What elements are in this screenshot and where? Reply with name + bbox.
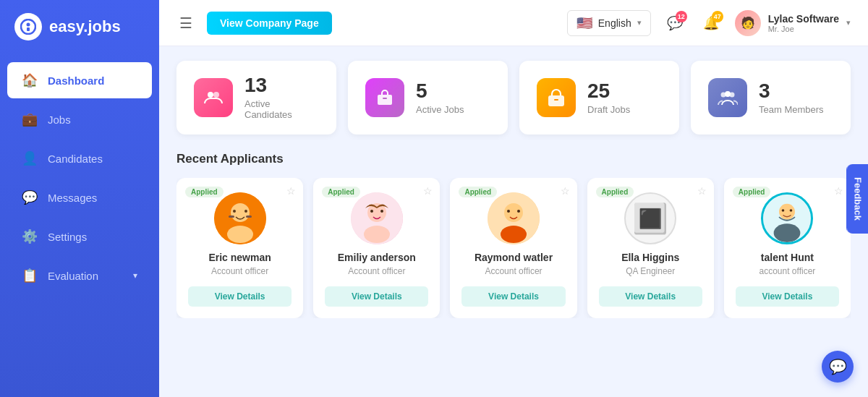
feedback-tab[interactable]: Feedback <box>847 164 868 234</box>
stat-card-active-candidates: 13 Active Candidates <box>176 61 336 135</box>
star-button-emily[interactable]: ☆ <box>423 185 433 197</box>
svg-point-27 <box>507 210 510 213</box>
svg-rect-5 <box>378 95 392 105</box>
svg-point-4 <box>213 92 219 98</box>
applicants-row: Applied ☆ Eric newman Account officer Vi… <box>176 178 851 318</box>
view-details-button-eric[interactable]: View Details <box>188 286 292 307</box>
star-button-ella[interactable]: ☆ <box>697 185 707 197</box>
avatar-emily <box>351 192 403 244</box>
svg-rect-8 <box>554 99 558 101</box>
avatar-talent <box>761 192 813 244</box>
stats-row: 13 Active Candidates 5 Active Jobs <box>176 61 851 135</box>
content-area: 13 Active Candidates 5 Active Jobs <box>159 46 868 397</box>
svg-rect-18 <box>246 215 252 218</box>
chat-bubble-button[interactable]: 💬 <box>822 351 854 383</box>
sidebar-item-candidates[interactable]: 👤 Candidates <box>7 140 152 176</box>
svg-rect-6 <box>383 98 387 99</box>
svg-point-28 <box>517 210 520 213</box>
applicant-card-ella: Applied ☆ 🔳 Ella Higgins QA Engineer Vie… <box>587 178 714 318</box>
stat-card-team-members: 3 Team Members <box>691 61 851 135</box>
home-icon: 🏠 <box>22 72 38 88</box>
app-logo: easy.jobs <box>0 0 159 54</box>
svg-point-31 <box>774 223 801 242</box>
view-details-button-raymond[interactable]: View Details <box>461 286 565 307</box>
user-chevron-icon: ▾ <box>846 18 851 27</box>
settings-icon: ⚙️ <box>22 229 38 244</box>
applicant-card-raymond: Applied ☆ Raymond watler Account officer… <box>450 178 576 318</box>
view-details-button-ella[interactable]: View Details <box>599 286 702 307</box>
avatar-ella: 🔳 <box>624 192 676 244</box>
jobs-icon: 💼 <box>22 111 38 127</box>
applied-badge-raymond: Applied <box>459 187 497 197</box>
sidebar-label-messages: Messages <box>48 192 137 204</box>
user-sub: Mr. Joe <box>768 25 839 33</box>
svg-point-3 <box>208 92 213 98</box>
app-name: easy.jobs <box>49 17 121 36</box>
user-menu[interactable]: 🧑 Lylac Software Mr. Joe ▾ <box>735 10 851 36</box>
messages-notification-button[interactable]: 💬 12 <box>663 11 687 35</box>
svg-point-22 <box>370 210 373 213</box>
applicant-name-eric: Eric newman <box>208 252 271 263</box>
svg-point-26 <box>501 226 527 243</box>
hamburger-button[interactable]: ☰ <box>176 12 195 35</box>
applicant-name-emily: Emiliy anderson <box>338 252 416 263</box>
sidebar-label-settings: Settings <box>48 231 137 243</box>
sidebar-nav: 🏠 Dashboard 💼 Jobs 👤 Candidates 💬 Messag… <box>0 61 159 295</box>
team-members-icon <box>708 78 747 117</box>
svg-point-23 <box>380 210 383 213</box>
section-title-recent-applicants: Recent Applicants <box>176 152 851 166</box>
flag-icon: 🇺🇸 <box>576 15 592 31</box>
svg-point-0 <box>21 20 35 34</box>
view-company-button[interactable]: View Company Page <box>207 12 332 35</box>
applicant-role-eric: Account officer <box>211 266 268 276</box>
avatar-raymond <box>488 192 540 244</box>
language-selector[interactable]: 🇺🇸 English ▾ <box>567 10 651 36</box>
applicant-name-raymond: Raymond watler <box>475 252 553 263</box>
svg-point-33 <box>790 209 793 212</box>
stat-text-draft-jobs: 25 Draft Jobs <box>587 81 630 115</box>
candidates-icon: 👤 <box>22 150 38 166</box>
messages-badge: 12 <box>676 11 687 22</box>
active-candidates-icon <box>194 78 233 117</box>
applied-badge-eric: Applied <box>185 187 224 197</box>
active-candidates-number: 13 <box>244 75 319 95</box>
alerts-notification-button[interactable]: 🔔 47 <box>699 11 723 35</box>
stat-text-active-jobs: 5 Active Jobs <box>416 81 464 115</box>
applied-badge-ella: Applied <box>596 187 634 197</box>
applicant-card-eric: Applied ☆ Eric newman Account officer Vi… <box>176 178 303 318</box>
sidebar-item-dashboard[interactable]: 🏠 Dashboard <box>7 62 152 98</box>
svg-point-15 <box>233 210 236 213</box>
applicant-role-talent: account officer <box>760 266 816 276</box>
messages-icon: 💬 <box>22 189 38 205</box>
stat-card-draft-jobs: 25 Draft Jobs <box>519 61 679 135</box>
sidebar-item-evaluation[interactable]: 📋 Evaluation ▾ <box>7 257 152 294</box>
applicant-name-talent: talent Hunt <box>761 252 814 263</box>
avatar: 🧑 <box>735 10 761 36</box>
applied-badge-talent: Applied <box>733 187 771 197</box>
sidebar-label-jobs: Jobs <box>48 114 137 126</box>
star-button-raymond[interactable]: ☆ <box>561 185 570 197</box>
language-label: English <box>598 17 631 29</box>
sidebar-label-evaluation: Evaluation <box>48 270 123 282</box>
draft-jobs-number: 25 <box>587 81 630 101</box>
sidebar: easy.jobs 🏠 Dashboard 💼 Jobs 👤 Candidate… <box>0 0 159 397</box>
stat-text-team-members: 3 Team Members <box>759 81 824 115</box>
logo-icon <box>14 13 42 40</box>
header: ☰ View Company Page 🇺🇸 English ▾ 💬 12 🔔 … <box>159 0 868 46</box>
sidebar-item-jobs[interactable]: 💼 Jobs <box>7 101 152 137</box>
alerts-badge: 47 <box>712 11 723 22</box>
sidebar-label-candidates: Candidates <box>48 153 137 165</box>
sidebar-item-settings[interactable]: ⚙️ Settings <box>7 218 152 255</box>
star-button-eric[interactable]: ☆ <box>286 185 296 197</box>
svg-rect-7 <box>548 95 564 106</box>
svg-rect-17 <box>229 215 234 218</box>
view-details-button-emily[interactable]: View Details <box>325 286 428 307</box>
active-candidates-label: Active Candidates <box>244 98 319 120</box>
active-jobs-label: Active Jobs <box>416 104 464 115</box>
sidebar-item-messages[interactable]: 💬 Messages <box>7 179 152 215</box>
star-button-talent[interactable]: ☆ <box>834 185 843 197</box>
applicant-card-emily: Applied ☆ Emiliy anderson Account office… <box>313 178 440 318</box>
team-members-label: Team Members <box>759 104 824 115</box>
svg-point-32 <box>782 209 785 212</box>
view-details-button-talent[interactable]: View Details <box>736 286 839 307</box>
